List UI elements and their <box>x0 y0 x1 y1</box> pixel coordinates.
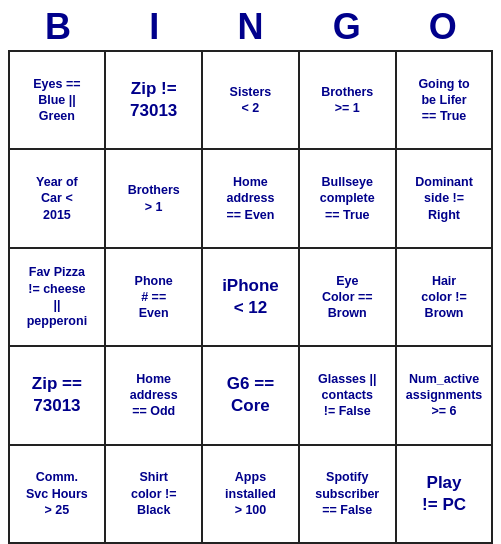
letter-n: N <box>207 6 294 48</box>
bingo-cell-r1c1[interactable]: Brothers > 1 <box>105 149 202 247</box>
bingo-cell-r3c0[interactable]: Zip == 73013 <box>9 346 106 444</box>
bingo-cell-r3c3[interactable]: Glasses || contacts != False <box>299 346 396 444</box>
bingo-cell-r2c2[interactable]: iPhone < 12 <box>202 248 299 346</box>
letter-g: G <box>303 6 390 48</box>
bingo-cell-r4c2[interactable]: Apps installed > 100 <box>202 445 299 543</box>
bingo-cell-r2c0[interactable]: Fav Pizza != cheese || pepperoni <box>9 248 106 346</box>
bingo-grid: Eyes == Blue || GreenZip != 73013Sisters… <box>8 50 494 544</box>
bingo-cell-r2c4[interactable]: Hair color != Brown <box>396 248 493 346</box>
bingo-cell-r1c4[interactable]: Dominant side != Right <box>396 149 493 247</box>
bingo-cell-r3c2[interactable]: G6 == Core <box>202 346 299 444</box>
bingo-header: B I N G O <box>0 0 501 50</box>
bingo-cell-r0c0[interactable]: Eyes == Blue || Green <box>9 51 106 149</box>
bingo-cell-r0c1[interactable]: Zip != 73013 <box>105 51 202 149</box>
bingo-cell-r0c2[interactable]: Sisters < 2 <box>202 51 299 149</box>
bingo-cell-r2c1[interactable]: Phone # == Even <box>105 248 202 346</box>
letter-b: B <box>15 6 102 48</box>
bingo-cell-r1c3[interactable]: Bullseye complete == True <box>299 149 396 247</box>
bingo-cell-r3c1[interactable]: Home address == Odd <box>105 346 202 444</box>
bingo-cell-r2c3[interactable]: Eye Color == Brown <box>299 248 396 346</box>
bingo-cell-r4c1[interactable]: Shirt color != Black <box>105 445 202 543</box>
letter-o: O <box>400 6 487 48</box>
bingo-cell-r3c4[interactable]: Num_active assignments >= 6 <box>396 346 493 444</box>
bingo-cell-r1c0[interactable]: Year of Car < 2015 <box>9 149 106 247</box>
letter-i: I <box>111 6 198 48</box>
bingo-cell-r4c0[interactable]: Comm. Svc Hours > 25 <box>9 445 106 543</box>
bingo-cell-r1c2[interactable]: Home address == Even <box>202 149 299 247</box>
bingo-cell-r0c3[interactable]: Brothers >= 1 <box>299 51 396 149</box>
bingo-cell-r4c4[interactable]: Play != PC <box>396 445 493 543</box>
bingo-cell-r4c3[interactable]: Spotify subscriber == False <box>299 445 396 543</box>
bingo-cell-r0c4[interactable]: Going to be Lifer == True <box>396 51 493 149</box>
